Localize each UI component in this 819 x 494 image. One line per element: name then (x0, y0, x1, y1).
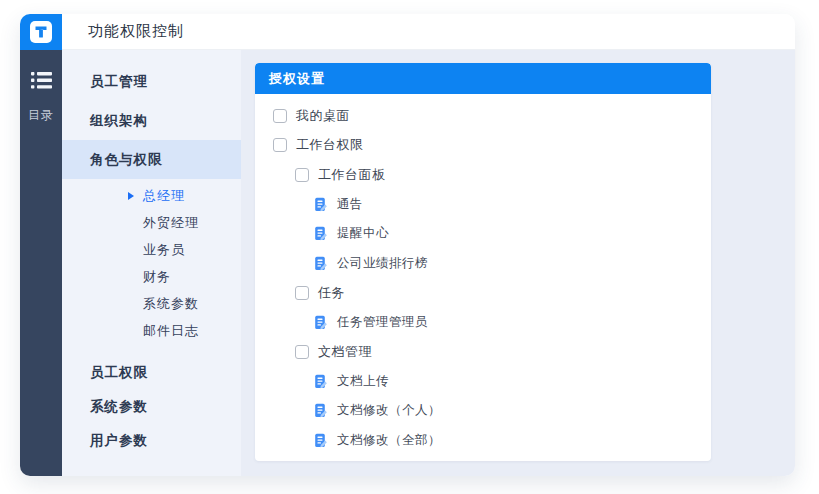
sidebar-item[interactable]: 员工权限 (62, 356, 241, 390)
tree-row-label: 我的桌面 (296, 107, 350, 125)
app-logo (20, 14, 62, 50)
document-icon (313, 433, 328, 448)
sidebar-item[interactable]: 员工管理 (62, 62, 241, 101)
tree-row[interactable]: 文档修改（个人） (255, 396, 711, 426)
sidebar-item[interactable]: 组织架构 (62, 101, 241, 140)
sidebar-item-label: 外贸经理 (143, 214, 199, 232)
tree-row-label: 文档修改（个人） (337, 402, 441, 419)
sidebar-item-label: 财务 (143, 268, 171, 286)
app-header: 功能权限控制 (62, 14, 795, 50)
list-icon (31, 72, 52, 93)
sidebar-item-label: 系统参数 (90, 398, 148, 416)
tree-row-label: 公司业绩排行榜 (337, 255, 428, 272)
rail-menu-directory[interactable]: 目录 (28, 72, 54, 124)
sidebar-item-label: 系统参数 (143, 295, 199, 313)
tree-row[interactable]: 文档修改（全部） (255, 426, 711, 456)
app-window: 功能权限控制 目录 (20, 14, 795, 476)
tree-row-label: 任务 (318, 284, 345, 302)
sidebar-role-item[interactable]: 外贸经理 (62, 209, 241, 236)
checkbox[interactable] (295, 345, 309, 359)
tree-row[interactable]: 通告 (255, 190, 711, 220)
document-icon (313, 256, 328, 271)
panel-header: 授权设置 (255, 63, 711, 94)
sidebar: 员工管理组织架构角色与权限总经理外贸经理业务员财务系统参数邮件日志员工权限系统参… (62, 50, 241, 476)
checkbox[interactable] (273, 109, 287, 123)
sidebar-role-item[interactable]: 系统参数 (62, 290, 241, 317)
sidebar-item-label: 角色与权限 (90, 151, 163, 169)
rail-label: 目录 (28, 107, 54, 124)
tree-row[interactable]: 任务 (255, 278, 711, 308)
page-title: 功能权限控制 (88, 22, 184, 41)
sidebar-item-label: 员工权限 (90, 364, 148, 382)
sidebar-item-label: 邮件日志 (143, 322, 199, 340)
sidebar-item-label: 员工管理 (90, 73, 148, 91)
t-logo-icon (30, 21, 52, 43)
tree-row[interactable]: 工作台面板 (255, 160, 711, 190)
document-icon (313, 315, 328, 330)
tree-row[interactable]: 提醒中心 (255, 219, 711, 249)
tree-row-label: 任务管理管理员 (337, 314, 428, 331)
tree-row[interactable]: 工作台权限 (255, 131, 711, 161)
tree-row[interactable]: 公司业绩排行榜 (255, 249, 711, 279)
document-icon (313, 197, 328, 212)
sidebar-role-item-selected[interactable]: 总经理 (62, 182, 241, 209)
tree-row-label: 提醒中心 (337, 225, 389, 242)
checkbox[interactable] (273, 138, 287, 152)
sidebar-role-item[interactable]: 财务 (62, 263, 241, 290)
sidebar-item[interactable]: 系统参数 (62, 390, 241, 424)
tree-row[interactable]: 文档上传 (255, 367, 711, 397)
page: 功能权限控制 目录 (0, 0, 819, 494)
sidebar-item-label: 组织架构 (90, 112, 148, 130)
document-icon (313, 374, 328, 389)
tree-row-label: 通告 (337, 196, 363, 213)
sidebar-role-item[interactable]: 邮件日志 (62, 317, 241, 344)
tree-row-label: 工作台面板 (318, 166, 386, 184)
tree-row-label: 文档管理 (318, 343, 372, 361)
tree-row[interactable]: 任务管理管理员 (255, 308, 711, 338)
permission-tree: 我的桌面工作台权限工作台面板 通告 提醒中心 公司业绩排行榜任务 任务管理管理员… (255, 94, 711, 455)
left-rail: 目录 (20, 50, 62, 476)
content-area: 授权设置 我的桌面工作台权限工作台面板 通告 提醒中心 公司业绩排行榜任务 任务… (241, 50, 795, 476)
tree-row-label: 文档修改（全部） (337, 432, 441, 449)
sidebar-item[interactable]: 角色与权限 (62, 140, 241, 179)
tree-row-label: 文档上传 (337, 373, 389, 390)
tree-row-label: 工作台权限 (296, 136, 364, 154)
authorization-panel: 授权设置 我的桌面工作台权限工作台面板 通告 提醒中心 公司业绩排行榜任务 任务… (255, 63, 711, 461)
checkbox[interactable] (295, 286, 309, 300)
document-icon (313, 226, 328, 241)
sidebar-item-label: 总经理 (143, 187, 185, 205)
checkbox[interactable] (295, 168, 309, 182)
document-icon (313, 403, 328, 418)
tree-row[interactable]: 文档管理 (255, 337, 711, 367)
sidebar-item-label: 业务员 (143, 241, 185, 259)
tree-row[interactable]: 我的桌面 (255, 101, 711, 131)
sidebar-item[interactable]: 用户参数 (62, 424, 241, 458)
sidebar-role-item[interactable]: 业务员 (62, 236, 241, 263)
caret-right-icon (128, 192, 134, 200)
sidebar-item-label: 用户参数 (90, 432, 148, 450)
